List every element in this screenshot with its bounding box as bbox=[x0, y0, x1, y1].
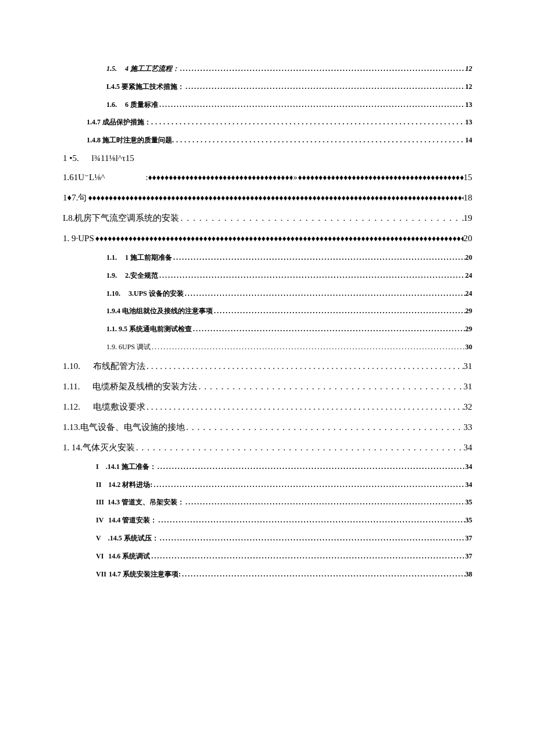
toc-title: l¾11⅛l^τ15 bbox=[92, 153, 134, 163]
toc-leader bbox=[145, 401, 463, 413]
toc-leader bbox=[151, 342, 465, 352]
toc-leader bbox=[179, 64, 465, 74]
toc-title: 1.9. 6UPS 调试 bbox=[106, 342, 151, 352]
toc-page: 35 bbox=[465, 497, 472, 507]
toc-title: 1.61U⁻L⅛^ bbox=[63, 171, 105, 184]
toc-title: UPS bbox=[78, 232, 94, 245]
toc-title: 14.3 管道支、吊架安装： bbox=[108, 497, 184, 507]
toc-number: L8. bbox=[63, 212, 74, 224]
toc-entry: 1. 9· UPS 20 bbox=[63, 232, 472, 245]
toc-number: VII bbox=[96, 569, 106, 579]
toc-entry: 1. 14. 气体灭火安装 34 bbox=[63, 442, 472, 454]
toc-title: 14.4 管道安装： bbox=[108, 515, 157, 525]
toc-page: 29 bbox=[465, 306, 472, 316]
toc-number: IV bbox=[96, 515, 104, 525]
toc-page: 32 bbox=[463, 401, 472, 413]
toc-leader bbox=[192, 324, 465, 334]
toc-number: 1 •5. bbox=[63, 153, 79, 163]
toc-title: 1.4.7 成品保护措施： bbox=[87, 117, 151, 127]
toc-page: 12 bbox=[465, 64, 472, 74]
toc-entry: IV 14.4 管道安装： 35 bbox=[63, 515, 472, 525]
toc-entry: 1.12. 电缆敷设要求 32 bbox=[63, 401, 472, 413]
toc-title: 布线配管方法 bbox=[93, 360, 145, 372]
toc-leader bbox=[156, 462, 465, 472]
toc: 1.5. 4 施工工艺流程： 12 L4.5 要紧施工技术措施： 12 1.6.… bbox=[63, 64, 472, 579]
toc-leader bbox=[184, 497, 465, 507]
toc-entry: 1.11. 电缆桥架及线槽的安装方法 31 bbox=[63, 381, 472, 393]
toc-leader bbox=[94, 233, 463, 245]
toc-title: 1.4.8 施工时注意的质量问题 bbox=[87, 135, 172, 145]
toc-entry: L4.5 要紧施工技术措施： 12 bbox=[63, 82, 472, 92]
toc-leader bbox=[184, 289, 465, 299]
toc-leader bbox=[179, 212, 463, 224]
toc-entry: 1.13. 电气设备、电气设施的接地 33 bbox=[63, 421, 472, 433]
toc-page: 15 bbox=[463, 171, 472, 184]
toc-entry: 1.9. 2.安全规范 24 bbox=[63, 271, 472, 281]
toc-page: 12 bbox=[465, 82, 472, 92]
toc-title: 2.安全规范 bbox=[125, 271, 158, 281]
toc-leader bbox=[172, 135, 465, 145]
toc-page: 18 bbox=[463, 192, 472, 204]
toc-leader bbox=[150, 551, 465, 561]
toc-page: 30 bbox=[465, 342, 472, 352]
toc-leader bbox=[152, 480, 465, 490]
toc-leader-mid: » bbox=[293, 172, 298, 184]
toc-entry: 1.61U⁻L⅛^ » 15 bbox=[63, 171, 472, 184]
toc-number: 1. 9· bbox=[63, 232, 78, 245]
toc-entry: 1.9.4 电池组就位及接线的注意事项 29 bbox=[63, 306, 472, 316]
toc-number: I bbox=[96, 462, 99, 472]
toc-leader bbox=[146, 172, 293, 184]
toc-leader bbox=[172, 253, 465, 263]
toc-title: 4 施工工艺流程： bbox=[125, 64, 179, 74]
toc-entry: VI 14.6 系统调试 37 bbox=[63, 551, 472, 561]
toc-entry: II 14.2 材料进场: 34 bbox=[63, 480, 472, 490]
toc-number: 1.10. bbox=[63, 360, 80, 372]
toc-title: 14.2 材料进场: bbox=[108, 480, 152, 490]
toc-title: 机房下气流空调系统的安装 bbox=[74, 212, 179, 224]
toc-entry: VII 14.7 系统安装注意事项: 38 bbox=[63, 569, 472, 579]
toc-page: 14 bbox=[465, 135, 472, 145]
toc-entry: 1.10. 3.UPS 设备的安装 24 bbox=[63, 289, 472, 299]
toc-entry: 1 •5. l¾11⅛l^τ15 bbox=[63, 153, 472, 163]
toc-entry: 1.1. 9.5 系统通电前测试检查 29 bbox=[63, 324, 472, 334]
toc-title: 1.1. 9.5 系统通电前测试检查 bbox=[106, 324, 192, 334]
toc-title: 电缆桥架及线槽的安装方法 bbox=[92, 381, 197, 393]
toc-number: 1.10. bbox=[106, 289, 120, 299]
toc-entry: V .14.5 系统试压： 37 bbox=[63, 533, 472, 543]
toc-title: 电缆敷设要求 bbox=[93, 401, 145, 413]
toc-page: 37 bbox=[465, 551, 472, 561]
toc-number: V bbox=[96, 533, 101, 543]
toc-page: 20 bbox=[465, 253, 472, 263]
toc-leader bbox=[158, 271, 465, 281]
toc-title: 14.6 系统调试 bbox=[108, 551, 150, 561]
toc-number: III bbox=[96, 497, 104, 507]
toc-title: 1 施工前期准备 bbox=[125, 253, 172, 263]
toc-page: 34 bbox=[465, 462, 472, 472]
toc-number: II bbox=[96, 480, 101, 490]
toc-page: 34 bbox=[463, 442, 472, 454]
toc-entry: 1.4.8 施工时注意的质量问题 14 bbox=[63, 135, 472, 145]
toc-page: 24 bbox=[465, 289, 472, 299]
toc-title: 句 bbox=[78, 192, 87, 204]
toc-number: 1♦7. bbox=[63, 192, 78, 204]
toc-leader bbox=[184, 82, 465, 92]
toc-leader bbox=[87, 192, 463, 204]
toc-entry: 1♦7. 句 18 bbox=[63, 192, 472, 204]
toc-entry: 1.4.7 成品保护措施： 13 bbox=[63, 117, 472, 127]
toc-leader bbox=[197, 381, 463, 393]
toc-entry: L8. 机房下气流空调系统的安装 19 bbox=[63, 212, 472, 224]
toc-entry: 1.10. 布线配管方法 31 bbox=[63, 360, 472, 372]
toc-leader bbox=[135, 442, 463, 454]
toc-page: 24 bbox=[465, 271, 472, 281]
toc-title: 6 质量标准 bbox=[125, 100, 158, 110]
toc-title: 14.7 系统安装注意事项: bbox=[109, 569, 181, 579]
toc-number: 1.6. bbox=[106, 100, 117, 110]
toc-title: .14.5 系统试压： bbox=[108, 533, 159, 543]
toc-title: .14.1 施工准备： bbox=[106, 462, 156, 472]
toc-leader bbox=[298, 172, 463, 184]
toc-number: 1.9. bbox=[106, 271, 117, 281]
toc-page: 35 bbox=[465, 515, 472, 525]
toc-leader bbox=[159, 533, 465, 543]
toc-leader bbox=[181, 569, 465, 579]
toc-page: 33 bbox=[463, 421, 472, 433]
